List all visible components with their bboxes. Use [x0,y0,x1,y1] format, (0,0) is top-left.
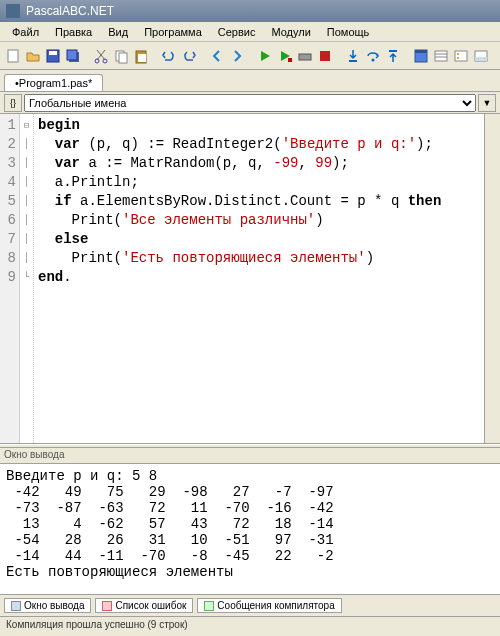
fold-gutter[interactable]: ⊟│││││││└ [20,114,34,443]
run-icon[interactable] [256,45,274,67]
new-file-icon[interactable] [4,45,22,67]
svg-point-23 [457,53,459,55]
menu-modules[interactable]: Модули [263,24,318,40]
svg-point-24 [457,57,459,59]
app-title: PascalABC.NET [26,4,114,18]
svg-rect-10 [138,54,146,62]
properties-icon[interactable] [432,45,450,67]
menu-program[interactable]: Программа [136,24,210,40]
output-header: Окно вывода [0,448,500,464]
titlebar: PascalABC.NET [0,0,500,22]
menu-service[interactable]: Сервис [210,24,264,40]
nav-back-icon[interactable] [208,45,226,67]
nav-scope-icon[interactable]: {} [4,94,22,112]
nav-dropdown-icon[interactable]: ▼ [478,94,496,112]
output-tab-icon [11,601,21,611]
line-gutter: 1 2 3 4 5 6 7 8 9 [0,114,20,443]
errors-tab-icon [102,601,112,611]
output-window-icon[interactable] [472,45,490,67]
editor: 1 2 3 4 5 6 7 8 9 ⊟│││││││└ begin var (p… [0,114,500,444]
step-out-icon[interactable] [384,45,402,67]
menu-file[interactable]: Файл [4,24,47,40]
scope-select[interactable]: Глобальные имена [24,94,476,112]
output-area[interactable]: Введите p и q: 5 8 -42 49 75 29 -98 27 -… [0,464,500,594]
redo-icon[interactable] [180,45,198,67]
tab-compiler[interactable]: Сообщения компилятора [197,598,341,613]
paste-icon[interactable] [132,45,150,67]
svg-rect-0 [8,50,18,62]
menu-help[interactable]: Помощь [319,24,378,40]
svg-rect-4 [67,50,77,60]
app-icon [6,4,20,18]
tab-errors[interactable]: Список ошибок [95,598,193,613]
menubar: Файл Правка Вид Программа Сервис Модули … [0,22,500,42]
statusbar: Компиляция прошла успешно (9 строк) [0,616,500,634]
svg-rect-26 [475,57,487,61]
save-icon[interactable] [44,45,62,67]
status-text: Компиляция прошла успешно (9 строк) [6,619,188,630]
save-all-icon[interactable] [64,45,82,67]
undo-icon[interactable] [160,45,178,67]
cut-icon[interactable] [92,45,110,67]
svg-rect-19 [435,51,447,61]
svg-point-15 [372,58,375,61]
copy-icon[interactable] [112,45,130,67]
run-no-debug-icon[interactable] [276,45,294,67]
menu-view[interactable]: Вид [100,24,136,40]
code-area[interactable]: begin var (p, q) := ReadInteger2('Введит… [34,114,484,443]
menu-edit[interactable]: Правка [47,24,100,40]
step-into-icon[interactable] [344,45,362,67]
toggle-view-icon[interactable] [412,45,430,67]
nav-forward-icon[interactable] [228,45,246,67]
tab-program1[interactable]: •Program1.pas* [4,74,103,91]
svg-rect-8 [119,53,127,63]
svg-rect-22 [455,51,467,61]
class-view-icon[interactable] [452,45,470,67]
editor-scrollbar[interactable] [484,114,500,443]
compiler-tab-icon [204,601,214,611]
svg-rect-11 [288,58,292,62]
tab-output[interactable]: Окно вывода [4,598,91,613]
svg-rect-12 [299,54,311,60]
tabbar: •Program1.pas* [0,70,500,92]
navbar: {} Глобальные имена ▼ [0,92,500,114]
svg-rect-2 [49,51,57,55]
svg-rect-18 [415,50,427,53]
toolbar: ? [0,42,500,70]
svg-rect-16 [389,50,397,52]
svg-rect-13 [320,51,330,61]
svg-rect-14 [349,60,357,62]
stop-icon[interactable] [316,45,334,67]
step-over-icon[interactable] [364,45,382,67]
bottom-tabs: Окно вывода Список ошибок Сообщения комп… [0,594,500,616]
compile-icon[interactable] [296,45,314,67]
open-file-icon[interactable] [24,45,42,67]
